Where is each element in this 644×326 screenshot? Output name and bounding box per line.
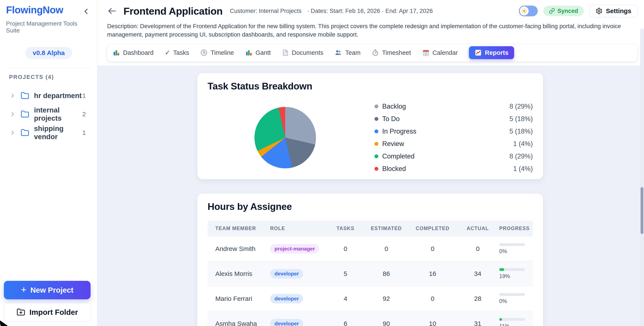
legend-label: Review — [382, 140, 404, 148]
sidebar: FlowingNow Project Management Tools Suit… — [0, 0, 97, 326]
tab-label: Tasks — [173, 49, 189, 56]
app-root: FlowingNow Project Management Tools Suit… — [0, 0, 644, 326]
tasks-value: 0 — [327, 245, 364, 252]
legend-label: In Progress — [382, 128, 416, 135]
role-badge: developer — [270, 294, 303, 304]
legend-dot — [374, 117, 378, 121]
tab-reports[interactable]: Reports — [469, 46, 514, 59]
legend-value: 8 (29%) — [509, 102, 533, 110]
theme-toggle[interactable] — [519, 6, 538, 16]
sidebar-project-item[interactable]: shipping vendor1 — [0, 124, 97, 142]
sidebar-collapse-button[interactable] — [81, 6, 92, 17]
task-status-pie-chart — [254, 107, 316, 168]
estimated-value: 0 — [364, 245, 409, 252]
report-icon — [474, 49, 482, 56]
tab-label: Calendar — [432, 49, 458, 56]
legend-value: 1 (4%) — [513, 140, 533, 148]
import-folder-label: Import Folder — [30, 308, 78, 316]
legend-dot — [374, 104, 378, 108]
legend-row: Backlog8 (29%) — [374, 100, 533, 113]
progress-bar — [499, 293, 525, 296]
content-area: Task Status Breakdown Backlog8 (29%)To D… — [97, 65, 644, 326]
completed-value: 0 — [409, 245, 456, 252]
legend-label: Completed — [382, 152, 414, 160]
tab-label: Reports — [485, 49, 508, 56]
legend-value: 5 (18%) — [509, 115, 533, 123]
legend-row: Review1 (4%) — [374, 138, 533, 150]
tab-timeline[interactable]: Timeline — [200, 49, 234, 56]
column-header: ESTIMATED — [364, 226, 409, 232]
chevron-right-icon — [10, 111, 16, 118]
tasks-value: 6 — [327, 320, 364, 326]
tab-team[interactable]: Team — [334, 49, 360, 56]
project-count: 1 — [82, 92, 86, 99]
table-body: Andrew Smithproject-manager00000%Alexis … — [208, 236, 533, 326]
sidebar-project-item[interactable]: hr department1 — [0, 86, 97, 105]
task-status-title: Task Status Breakdown — [208, 81, 533, 92]
actual-value: 31 — [456, 320, 499, 326]
tab-tasks[interactable]: ✓Tasks — [165, 49, 189, 56]
progress-cell: 0% — [499, 243, 528, 254]
scrollbar-thumb[interactable] — [640, 187, 643, 234]
import-folder-button[interactable]: Import Folder — [4, 303, 90, 321]
sync-status-badge: Synced — [543, 6, 584, 16]
table-row: Mario Ferrarideveloper4920280% — [208, 286, 533, 311]
legend-dot — [374, 142, 378, 146]
folder-icon — [21, 110, 29, 118]
progress-cell: 11% — [499, 318, 528, 326]
scrollbar-track[interactable] — [640, 28, 644, 326]
progress-label: 0% — [499, 248, 528, 254]
progress-fill — [499, 318, 502, 321]
task-status-card: Task Status Breakdown Backlog8 (29%)To D… — [197, 73, 543, 179]
table-header-row: TEAM MEMBERROLETASKSESTIMATEDCOMPLETEDAC… — [208, 221, 533, 236]
tab-label: Team — [345, 49, 360, 56]
calendar-icon: 17 — [422, 49, 430, 56]
sidebar-project-item[interactable]: internal projects2 — [0, 105, 97, 124]
column-header: COMPLETED — [409, 226, 456, 232]
progress-fill — [499, 268, 504, 271]
tab-calendar[interactable]: 17Calendar — [422, 49, 458, 56]
tasks-value: 5 — [327, 270, 364, 278]
dates-meta: · Dates: Start: Feb 16, 2026 · End: Apr … — [307, 8, 433, 14]
tab-timesheet[interactable]: Timesheet — [372, 49, 411, 56]
completed-value: 10 — [409, 320, 456, 326]
column-header: ROLE — [270, 226, 327, 232]
legend-row: Completed8 (29%) — [374, 150, 533, 162]
hours-by-assignee-card: Hours by Assignee TEAM MEMBERROLETASKSES… — [197, 194, 543, 326]
back-button[interactable] — [107, 6, 117, 16]
page-title: Frontend Application — [124, 5, 223, 17]
project-header: Frontend Application Customer: Internal … — [97, 0, 644, 65]
sun-icon — [521, 8, 527, 14]
completed-value: 16 — [409, 270, 456, 278]
role-cell: developer — [270, 294, 327, 304]
settings-button[interactable]: Settings — [589, 5, 638, 17]
actual-value: 34 — [456, 270, 499, 278]
tab-gantt[interactable]: Gantt — [245, 49, 271, 56]
legend-value: 8 (29%) — [509, 152, 533, 160]
team-icon — [334, 49, 342, 56]
new-project-button[interactable]: + New Project — [4, 281, 90, 299]
clock-icon — [200, 49, 208, 56]
tab-dashboard[interactable]: Dashboard — [113, 49, 154, 56]
legend-value: 5 (18%) — [509, 128, 533, 135]
tab-label: Documents — [292, 49, 324, 56]
actual-value: 28 — [456, 295, 499, 302]
pie-legend: Backlog8 (29%)To Do5 (18%)In Progress5 (… — [374, 100, 533, 175]
column-header: PROGRESS — [499, 226, 530, 232]
version-badge: v0.8 Alpha — [26, 47, 72, 59]
member-name: Asmha Swaha — [215, 320, 270, 326]
progress-label: 11% — [499, 323, 528, 326]
link-icon — [549, 8, 555, 14]
tab-label: Dashboard — [123, 49, 154, 56]
svg-text:17: 17 — [424, 52, 427, 55]
role-badge: project-manager — [270, 244, 319, 254]
project-name: shipping vendor — [34, 124, 82, 141]
tab-label: Timesheet — [382, 49, 411, 56]
tab-documents[interactable]: Documents — [282, 49, 324, 56]
theme-toggle-knob — [520, 6, 529, 16]
tab-label: Gantt — [256, 49, 271, 56]
legend-row: Blocked1 (4%) — [374, 162, 533, 175]
chevron-right-icon — [10, 130, 16, 136]
progress-bar — [499, 318, 525, 321]
brand-tagline: Project Management Tools Suite — [6, 20, 92, 34]
